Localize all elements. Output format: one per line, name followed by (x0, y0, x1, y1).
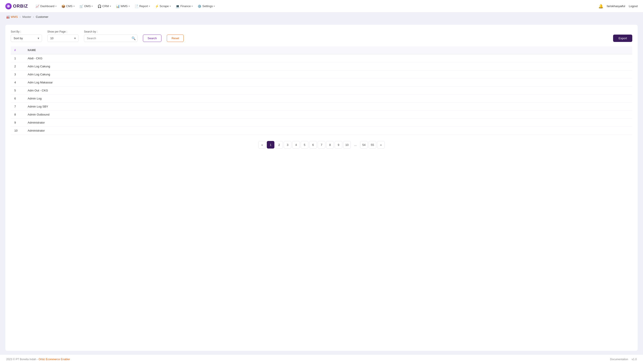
settings-nav-icon: ⚙️ (198, 4, 201, 8)
nav-item-cms[interactable]: 📦CMS▾ (59, 3, 77, 9)
breadcrumb-sep-1: › (20, 15, 21, 18)
nav-item-report[interactable]: 📄Report▾ (132, 3, 152, 9)
finance-nav-label: Finance (180, 4, 191, 8)
row-name: Adm Log Cakung (24, 62, 632, 70)
export-button[interactable]: Export (613, 34, 632, 42)
row-num: 8 (11, 111, 24, 119)
nav-item-wms[interactable]: 📊WMS▾ (114, 3, 132, 9)
report-nav-icon: 📄 (135, 4, 138, 8)
footer-version: v1.0 (631, 358, 637, 361)
crm-nav-label: CRM (102, 4, 109, 8)
row-num: 10 (11, 127, 24, 135)
row-num: 2 (11, 62, 24, 70)
pagination-page-6[interactable]: 6 (309, 141, 317, 148)
breadcrumb-master[interactable]: Master (22, 15, 31, 18)
col-header-num: # (11, 46, 24, 54)
table-row: 9 Administrator (11, 119, 632, 127)
row-name: Abdi - CKG (24, 54, 632, 62)
pagination-page-3[interactable]: 3 (284, 141, 291, 148)
dashboard-nav-label: Dashboard (40, 4, 55, 8)
pagination-page-55[interactable]: 55 (369, 141, 376, 148)
pagination-ellipsis: ... (352, 141, 359, 148)
scrape-chevron-icon: ▾ (170, 5, 171, 7)
pagination-page-10[interactable]: 10 (343, 141, 351, 148)
scrape-nav-icon: ⚡ (155, 4, 159, 8)
row-num: 7 (11, 102, 24, 111)
per-page-select-wrap: 10 25 50 ▼ (47, 34, 79, 42)
cms-nav-icon: 📦 (61, 4, 65, 8)
row-name: Administrator (24, 127, 632, 135)
table-row: 7 Admin Log SBY (11, 102, 632, 111)
row-num: 6 (11, 94, 24, 102)
nav-item-dashboard[interactable]: 📈Dashboard▾ (33, 3, 59, 9)
dashboard-chevron-icon: ▾ (55, 5, 57, 7)
search-input[interactable] (84, 34, 138, 42)
logo-text: ORBIZ (13, 4, 28, 9)
report-chevron-icon: ▾ (149, 5, 150, 7)
row-num: 9 (11, 119, 24, 127)
notification-bell-icon[interactable]: 🔔 (598, 4, 603, 9)
pagination-page-5[interactable]: 5 (301, 141, 308, 148)
sort-by-group: Sort By : Sort by ▼ (11, 30, 42, 42)
customer-table: # NAME 1 Abdi - CKG 2 Adm Log Cakung 3 A… (11, 46, 632, 135)
navbar: ORBIZ 📈Dashboard▾📦CMS▾🛒OMS▾🎧CRM▾📊WMS▾📄Re… (0, 0, 643, 12)
logo[interactable]: ORBIZ (5, 3, 28, 9)
pagination-page-7[interactable]: 7 (318, 141, 325, 148)
row-num: 5 (11, 86, 24, 94)
reset-button[interactable]: Reset (167, 34, 184, 42)
nav-right: 🔔 fariskhasyaiful Logout (598, 4, 638, 9)
search-button[interactable]: Search (143, 34, 161, 42)
logout-button[interactable]: Logout (629, 4, 638, 8)
sort-by-label: Sort By : (11, 30, 42, 33)
pagination-page-9[interactable]: 9 (335, 141, 342, 148)
pagination-prev[interactable]: « (258, 141, 266, 148)
nav-item-crm[interactable]: 🎧CRM▾ (95, 3, 113, 9)
nav-items: 📈Dashboard▾📦CMS▾🛒OMS▾🎧CRM▾📊WMS▾📄Report▾⚡… (33, 3, 596, 9)
row-num: 3 (11, 70, 24, 78)
pagination-page-2[interactable]: 2 (275, 141, 283, 148)
breadcrumb-current: Customer (36, 15, 48, 18)
finance-nav-icon: 💻 (176, 4, 179, 8)
table-row: 2 Adm Log Cakung (11, 62, 632, 70)
footer-copyright: 2023 © PT Borwita Indah - (6, 358, 39, 361)
row-name: Admin Outbound (24, 111, 632, 119)
per-page-select[interactable]: 10 25 50 (47, 34, 79, 42)
cms-chevron-icon: ▾ (74, 5, 75, 7)
nav-username: fariskhasyaiful (607, 4, 625, 8)
table-row: 3 Adm Log Cakung (11, 70, 632, 78)
col-header-name: NAME (24, 46, 632, 54)
footer-left: 2023 © PT Borwita Indah - Orbiz Ecommerc… (6, 358, 70, 361)
table-body: 1 Abdi - CKG 2 Adm Log Cakung 3 Adm Log … (11, 54, 632, 135)
nav-item-scrape[interactable]: ⚡Scrape▾ (153, 3, 173, 9)
pagination-page-8[interactable]: 8 (326, 141, 334, 148)
breadcrumb-wms[interactable]: 🏭 WMS (6, 15, 18, 18)
row-name: Adm Log Makassar (24, 78, 632, 86)
search-wrap: 🔍 (84, 34, 138, 42)
oms-nav-label: OMS (84, 4, 91, 8)
table-row: 5 Adm Out - CKG (11, 86, 632, 94)
sort-by-select[interactable]: Sort by (11, 34, 42, 42)
pagination-page-1[interactable]: 1 (267, 141, 274, 148)
nav-item-finance[interactable]: 💻Finance▾ (173, 3, 195, 9)
table-row: 4 Adm Log Makassar (11, 78, 632, 86)
footer: 2023 © PT Borwita Indah - Orbiz Ecommerc… (0, 354, 643, 364)
table-header: # NAME (11, 46, 632, 54)
warehouse-icon: 🏭 (6, 15, 10, 18)
pagination-page-54[interactable]: 54 (360, 141, 368, 148)
finance-chevron-icon: ▾ (192, 5, 193, 7)
dashboard-nav-icon: 📈 (36, 4, 39, 8)
nav-item-settings[interactable]: ⚙️Settings▾ (195, 3, 217, 9)
nav-item-oms[interactable]: 🛒OMS▾ (77, 3, 95, 9)
settings-nav-label: Settings (202, 4, 213, 8)
pagination-next[interactable]: » (377, 141, 385, 148)
search-by-label: Search by : (84, 30, 138, 33)
pagination-page-4[interactable]: 4 (292, 141, 300, 148)
search-icon-button[interactable]: 🔍 (132, 36, 136, 40)
per-page-label: Show per Page : (47, 30, 79, 33)
table-row: 8 Admin Outbound (11, 111, 632, 119)
row-name: Admin Log (24, 94, 632, 102)
crm-chevron-icon: ▾ (110, 5, 111, 7)
filter-bar: Sort By : Sort by ▼ Show per Page : 10 2… (11, 30, 632, 42)
scrape-nav-label: Scrape (160, 4, 169, 8)
footer-documentation[interactable]: Documentation (610, 358, 628, 361)
